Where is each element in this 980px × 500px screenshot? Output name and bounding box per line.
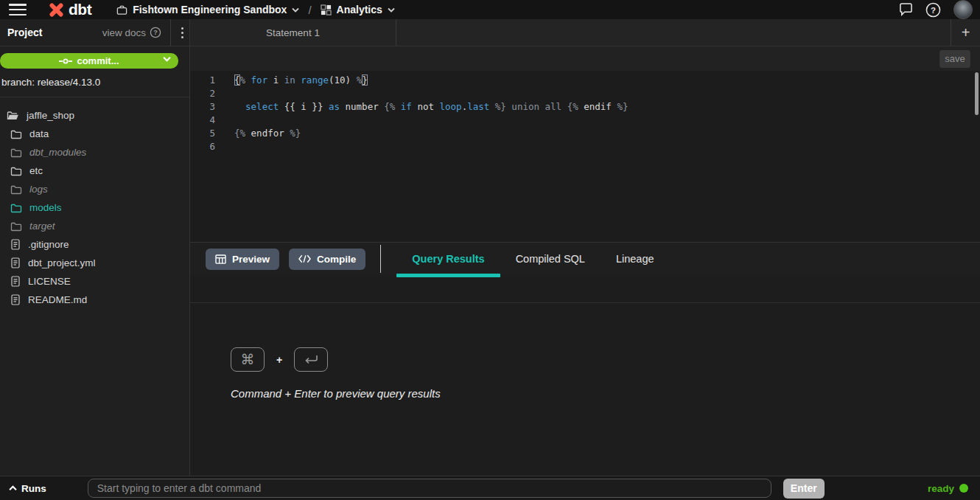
tree-item-license[interactable]: LICENSE	[0, 272, 189, 291]
tree-item-target[interactable]: target	[0, 217, 189, 235]
tree-item-dbt-modules[interactable]: dbt_modules	[0, 143, 189, 162]
kebab-icon	[181, 27, 183, 38]
plus-separator: +	[276, 354, 282, 366]
file-icon	[10, 294, 21, 305]
commit-button[interactable]: commit...	[0, 53, 178, 69]
code-text: {% for i in range(10) %}	[215, 74, 368, 87]
project-selector-label: Fishtown Engineering Sandbox	[133, 4, 287, 15]
chat-icon[interactable]	[899, 3, 913, 16]
tree-item-label: logs	[29, 184, 48, 195]
tree-item-label: LICENSE	[28, 276, 71, 287]
editor-scrollbar[interactable]	[974, 72, 979, 239]
breadcrumb-separator: /	[308, 4, 311, 16]
tree-item-label: dbt_project.yml	[28, 257, 96, 268]
plus-icon: +	[962, 24, 970, 41]
editor-tab-bar: Statement 1 +	[190, 19, 980, 46]
tree-item-label: dbt_modules	[29, 147, 86, 158]
results-panel-toolbar: Preview Compile Query ResultsCompiled SQ…	[190, 242, 980, 275]
preview-button[interactable]: Preview	[206, 249, 279, 270]
code-text: select {{ i }} as number {% if not loop.…	[215, 100, 628, 114]
code-editor[interactable]: 1{% for i in range(10) %}23 select {{ i …	[190, 71, 980, 242]
file-icon	[10, 257, 21, 268]
code-text	[215, 114, 234, 127]
code-icon	[298, 254, 311, 263]
tree-item-data[interactable]: data	[0, 125, 189, 143]
code-text	[215, 87, 234, 100]
dbt-logo-text: dbt	[69, 1, 91, 18]
results-empty-state: ⌘ + Command + Enter to preview query res…	[190, 303, 980, 476]
app-selector-label: Analytics	[337, 4, 382, 15]
preview-button-label: Preview	[232, 254, 270, 265]
code-line-4: 4	[190, 114, 980, 127]
line-number: 5	[190, 127, 215, 140]
folder-icon	[10, 129, 22, 139]
chevron-up-icon	[9, 485, 17, 491]
new-tab-button[interactable]: +	[951, 19, 980, 46]
results-tab-query-results[interactable]: Query Results	[396, 243, 500, 275]
chevron-down-icon[interactable]	[163, 56, 171, 62]
tree-item-label: data	[29, 128, 49, 139]
line-number: 4	[190, 114, 215, 127]
editor-toolbar: save	[190, 46, 980, 71]
project-selector[interactable]: Fishtown Engineering Sandbox	[116, 4, 299, 15]
folder-icon	[10, 221, 22, 232]
top-bar: dbt Fishtown Engineering Sandbox / Analy…	[0, 0, 980, 19]
app-selector[interactable]: Analytics	[321, 4, 395, 15]
compile-button-label: Compile	[317, 254, 356, 265]
code-line-2: 2	[190, 87, 980, 100]
tree-item-models[interactable]: models	[0, 198, 189, 217]
results-tab-compiled-sql[interactable]: Compiled SQL	[500, 243, 601, 275]
view-docs-label: view docs	[102, 27, 146, 38]
tree-item-logs[interactable]: logs	[0, 180, 189, 198]
tab-label: Statement 1	[266, 27, 320, 38]
tree-item-dbt-project-yml[interactable]: dbt_project.yml	[0, 254, 189, 272]
code-text	[215, 140, 234, 153]
tab-statement-1[interactable]: Statement 1	[190, 19, 396, 46]
code-line-6: 6	[190, 140, 980, 153]
grid-icon	[321, 4, 332, 15]
tree-item-label: jaffle_shop	[27, 110, 74, 121]
code-line-3: 3 select {{ i }} as number {% if not loo…	[190, 100, 980, 114]
folder-icon	[10, 203, 22, 213]
bottom-bar: Runs Enter ready	[0, 476, 980, 500]
dbt-logo: dbt	[47, 1, 91, 19]
line-number: 6	[190, 140, 215, 153]
git-commit-icon	[59, 58, 72, 65]
chevron-down-icon	[292, 7, 299, 13]
results-tab-lineage[interactable]: Lineage	[601, 243, 670, 275]
tree-item-label: README.md	[28, 294, 87, 305]
enter-button[interactable]: Enter	[783, 479, 825, 499]
chevron-down-icon	[388, 7, 395, 13]
code-lines: 1{% for i in range(10) %}23 select {{ i …	[190, 74, 980, 153]
folder-icon	[10, 147, 22, 158]
help-icon[interactable]: ?	[925, 2, 941, 18]
tree-item-readme-md[interactable]: README.md	[0, 291, 189, 309]
results-header-strip	[190, 275, 980, 303]
tree-item--gitignore[interactable]: .gitignore	[0, 235, 189, 254]
user-avatar[interactable]	[953, 0, 973, 19]
dbt-command-input[interactable]	[88, 479, 771, 498]
view-docs-link[interactable]: view docs ?	[102, 27, 161, 38]
sidebar-menu-button[interactable]	[170, 19, 183, 46]
enter-key-icon	[294, 347, 328, 372]
table-icon	[215, 254, 226, 264]
runs-toggle[interactable]: Runs	[9, 483, 46, 494]
tree-item-jaffle-shop[interactable]: jaffle_shop	[0, 106, 189, 125]
hamburger-menu-icon[interactable]	[9, 4, 27, 15]
command-key-icon: ⌘	[231, 347, 265, 372]
line-number: 3	[190, 100, 215, 114]
save-button[interactable]: save	[939, 50, 970, 68]
status-indicator: ready	[928, 483, 968, 494]
dbt-logo-icon	[47, 1, 66, 19]
toolbar-divider	[380, 245, 381, 273]
folder-icon	[10, 166, 22, 176]
commit-button-label: commit...	[77, 55, 119, 66]
help-circle-icon: ?	[150, 27, 161, 38]
file-tree: jaffle_shopdatadbt_modulesetclogsmodelst…	[0, 97, 189, 309]
tree-item-etc[interactable]: etc	[0, 162, 189, 180]
compile-button[interactable]: Compile	[289, 249, 365, 270]
branch-label: branch: release/4.13.0	[0, 69, 189, 97]
sidebar: Project view docs ? commit...	[0, 19, 190, 476]
sidebar-title: Project	[7, 27, 42, 38]
briefcase-icon	[116, 4, 127, 15]
